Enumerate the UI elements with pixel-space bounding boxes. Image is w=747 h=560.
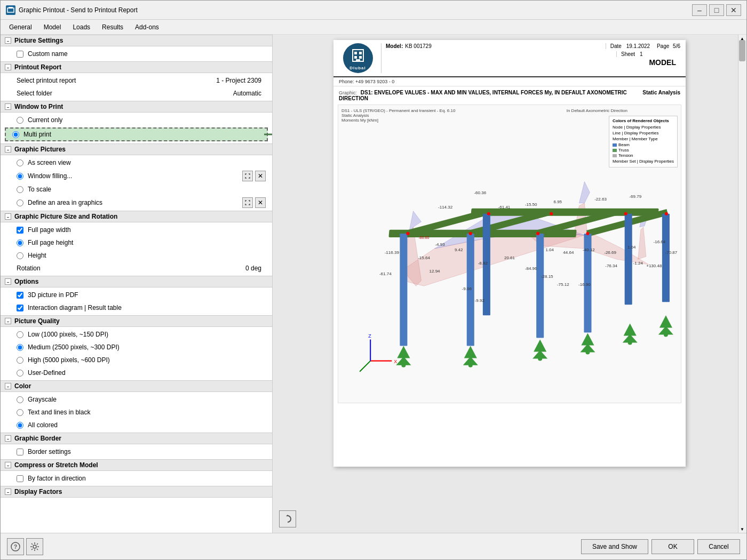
menu-results[interactable]: Results	[97, 22, 129, 33]
section-display-factors[interactable]: – Display Factors	[1, 486, 272, 498]
close-icon-1[interactable]: ✕	[255, 171, 266, 181]
pdf-3d-checkbox[interactable]	[17, 292, 23, 299]
page-label: Page	[657, 43, 669, 49]
height-radio[interactable]	[17, 252, 23, 259]
close-button[interactable]: ✕	[726, 4, 741, 16]
section-printout-report[interactable]: – Printout Report	[1, 61, 272, 73]
svg-text:-40.12: -40.12	[583, 247, 595, 252]
svg-marker-54	[659, 315, 672, 327]
collapse-size[interactable]: –	[5, 213, 11, 220]
menu-general[interactable]: General	[4, 22, 37, 33]
svg-text:-60.60: -60.60	[418, 236, 429, 239]
refresh-button[interactable]	[279, 510, 296, 527]
text-black-row: Text and lines in black	[1, 406, 272, 419]
close-icon-2[interactable]: ✕	[255, 197, 266, 208]
collapse-compress[interactable]: –	[5, 462, 11, 468]
collapse-border[interactable]: –	[5, 435, 11, 442]
quality-user-radio[interactable]	[17, 370, 23, 377]
select-folder-label: Select folder	[17, 90, 229, 97]
current-only-radio[interactable]	[17, 117, 23, 124]
section-border[interactable]: – Graphic Border	[1, 433, 272, 444]
collapse-color[interactable]: –	[5, 383, 11, 389]
expand-icon-2[interactable]	[242, 197, 253, 208]
svg-marker-42	[464, 346, 477, 358]
title-bar-left: Graphic Printout - Send to Printout Repo…	[6, 5, 138, 15]
menu-loads[interactable]: Loads	[67, 22, 96, 33]
settings-button[interactable]	[26, 538, 43, 555]
define-area-radio[interactable]	[17, 199, 23, 206]
all-colored-row: All colored	[1, 419, 272, 431]
compress-content: By factor in direction	[1, 471, 272, 486]
bottom-right: Save and Show OK Cancel	[581, 539, 740, 554]
page-date-area: Date 19.1.2022 Page 5/6	[606, 43, 680, 49]
svg-text:9.42: 9.42	[455, 247, 463, 252]
section-window-to-print[interactable]: – Window to Print	[1, 101, 272, 113]
svg-rect-38	[625, 214, 632, 305]
title-controls: – □ ✕	[692, 4, 741, 16]
rotation-value: 0 deg	[245, 265, 266, 272]
to-scale-radio[interactable]	[17, 186, 23, 193]
quality-medium-radio[interactable]	[17, 344, 23, 351]
section-options[interactable]: – Options	[1, 276, 272, 287]
section-size-rotation[interactable]: – Graphic Picture Size and Rotation	[1, 211, 272, 222]
collapse-options[interactable]: –	[5, 278, 11, 285]
all-colored-radio[interactable]	[17, 422, 23, 429]
svg-rect-32	[400, 234, 407, 346]
ok-button[interactable]: OK	[651, 539, 694, 554]
collapse-graphic[interactable]: –	[5, 146, 11, 153]
cancel-button[interactable]: Cancel	[697, 539, 740, 554]
border-settings-checkbox[interactable]	[17, 449, 23, 455]
expand-icon-1[interactable]	[242, 171, 253, 181]
window-to-print-content: Current only Multi print	[1, 113, 272, 143]
scroll-up-arrow[interactable]: ▲	[739, 36, 745, 41]
section-border-label: Graphic Border	[14, 435, 61, 442]
settings-icon	[30, 542, 39, 551]
svg-text:-1.24: -1.24	[633, 261, 643, 266]
window-filling-radio[interactable]	[17, 173, 23, 180]
quality-high-radio[interactable]	[17, 357, 23, 364]
section-graphic-pictures[interactable]: – Graphic Pictures	[1, 143, 272, 155]
page-meta: Model: KB 001729 Date 19.1.2022 Page 5/6	[386, 43, 680, 73]
quality-content: Low (1000 pixels, ~150 DPI) Medium (2500…	[1, 327, 272, 380]
collapse-printout[interactable]: –	[5, 64, 11, 70]
section-compress[interactable]: – Compress or Stretch Model	[1, 459, 272, 471]
menu-model[interactable]: Model	[38, 22, 67, 33]
minimize-button[interactable]: –	[692, 4, 707, 16]
app-icon	[6, 5, 15, 15]
refresh-icon	[283, 514, 292, 524]
help-button[interactable]: ?	[7, 538, 24, 555]
collapse-window[interactable]: –	[5, 103, 11, 110]
text-black-radio[interactable]	[17, 409, 23, 416]
quality-low-radio[interactable]	[17, 331, 23, 338]
svg-line-14	[360, 361, 370, 372]
menu-addons[interactable]: Add-ons	[130, 22, 164, 33]
full-height-radio[interactable]	[17, 239, 23, 246]
svg-text:-28.15: -28.15	[541, 274, 553, 279]
section-color[interactable]: – Color	[1, 380, 272, 392]
interaction-diagram-checkbox[interactable]	[17, 305, 23, 311]
maximize-button[interactable]: □	[709, 4, 724, 16]
full-width-checkbox[interactable]	[17, 227, 23, 234]
section-printout-label: Printout Report	[14, 63, 61, 71]
rotation-label: Rotation	[17, 265, 241, 272]
scroll-down-arrow[interactable]: ▼	[739, 526, 745, 532]
svg-rect-10	[359, 56, 362, 59]
section-picture-settings[interactable]: – Picture Settings	[1, 35, 272, 46]
svg-text:12.94: 12.94	[430, 269, 441, 274]
right-scrollbar[interactable]: ▲ ▼	[738, 35, 746, 533]
window-filling-row: Window filling... ✕	[1, 169, 272, 183]
size-rotation-content: Full page width Full page height Height …	[1, 222, 272, 276]
select-report-value: 1 - Project 2309	[216, 77, 266, 84]
date-label: Date	[610, 43, 622, 49]
as-screen-radio[interactable]	[17, 159, 23, 166]
grayscale-radio[interactable]	[17, 396, 23, 403]
collapse-picture-settings[interactable]: –	[5, 37, 11, 44]
svg-text:-75.12: -75.12	[557, 282, 569, 287]
multi-print-radio[interactable]	[12, 131, 19, 138]
custom-name-checkbox[interactable]	[17, 51, 23, 58]
collapse-quality[interactable]: –	[5, 318, 11, 324]
by-factor-checkbox[interactable]	[17, 475, 23, 482]
save-and-show-button[interactable]: Save and Show	[581, 539, 648, 554]
collapse-display[interactable]: –	[5, 489, 11, 495]
section-quality[interactable]: – Picture Quality	[1, 315, 272, 327]
